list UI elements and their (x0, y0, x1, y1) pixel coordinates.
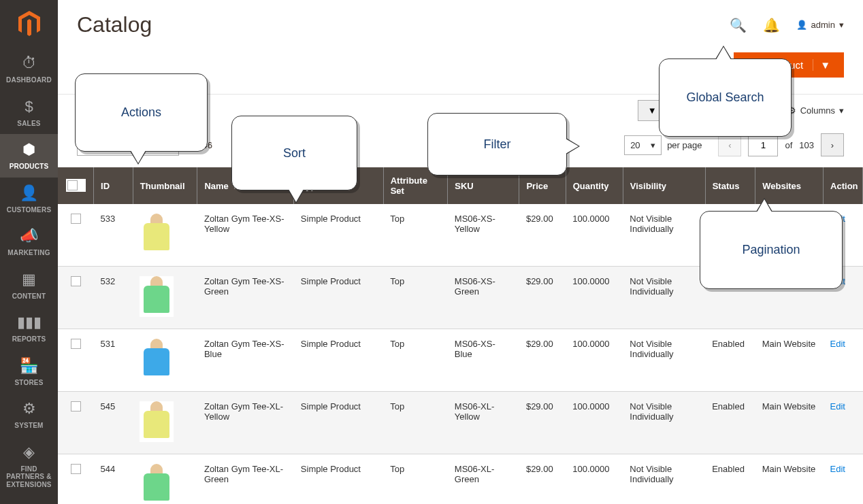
col-action: Action (824, 167, 863, 204)
nav-stores[interactable]: 🏪STORES (0, 350, 58, 394)
per-page-control: 20 ▾ per page (624, 135, 702, 155)
admin-user-menu[interactable]: 👤 admin ▾ (796, 20, 844, 30)
current-page-input[interactable] (748, 133, 778, 156)
cell-visibility: Not Visible Individually (623, 267, 705, 329)
cell-sku: MS06-XS-Green (448, 267, 519, 329)
caret-down-icon: ▾ (839, 20, 844, 30)
cell-sku: MS06-XL-Green (448, 454, 519, 505)
cell-sku: MS06-XS-Yellow (448, 204, 519, 267)
callout-sort: Sort (231, 116, 357, 190)
bars-icon: ▮▮▮ (3, 314, 55, 331)
cell-name: Zoltan Gym Tee-XL-Green (197, 454, 294, 505)
table-row[interactable]: 545 Zoltan Gym Tee-XL-Yellow Simple Prod… (58, 392, 863, 454)
cell-type: Simple Product (294, 454, 383, 505)
magento-logo[interactable] (0, 0, 58, 48)
notifications-icon[interactable]: 🔔 (763, 17, 780, 33)
nav-content[interactable]: ▦CONTENT (0, 264, 58, 307)
cell-name: Zoltan Gym Tee-XL-Yellow (197, 392, 294, 454)
partners-icon: ◈ (3, 443, 55, 461)
cell-quantity: 100.0000 (566, 329, 623, 392)
nav-dashboard[interactable]: ⏱DASHBOARD (0, 48, 58, 91)
caret-down-icon: ▾ (80, 180, 84, 190)
col-visibility[interactable]: Visibility (623, 167, 705, 204)
product-thumbnail (140, 464, 174, 504)
row-checkbox[interactable] (71, 276, 81, 286)
select-all-header[interactable]: ▾ (58, 167, 94, 204)
cell-price: $29.00 (519, 392, 566, 454)
add-product-split-toggle[interactable]: ▼ (813, 59, 830, 71)
cell-quantity: 100.0000 (566, 454, 623, 505)
row-checkbox[interactable] (71, 401, 81, 411)
gear-icon: ⚙ (3, 400, 55, 418)
row-checkbox[interactable] (71, 214, 81, 224)
edit-link[interactable]: Edit (830, 401, 845, 411)
nav-products[interactable]: ⬢PRODUCTS (0, 134, 58, 178)
dashboard-icon: ⏱ (3, 54, 55, 72)
cell-attribute-set: Top (383, 204, 448, 267)
cell-status: Enabled (705, 454, 755, 505)
col-status[interactable]: Status (705, 167, 755, 204)
nav-partners[interactable]: ◈FIND PARTNERS & EXTENSIONS (0, 437, 58, 496)
cell-quantity: 100.0000 (566, 267, 623, 329)
cell-price: $29.00 (519, 329, 566, 392)
person-icon: 👤 (3, 184, 55, 202)
cell-id: 545 (94, 392, 133, 454)
col-thumbnail[interactable]: Thumbnail (133, 167, 197, 204)
cell-type: Simple Product (294, 267, 383, 329)
cell-price: $29.00 (519, 267, 566, 329)
nav-sales[interactable]: $SALES (0, 91, 58, 135)
columns-dropdown[interactable]: ⚙ Columns ▾ (788, 105, 844, 116)
product-thumbnail (140, 339, 174, 380)
edit-link[interactable]: Edit (830, 464, 845, 474)
dollar-icon: $ (3, 98, 55, 116)
product-thumbnail (140, 276, 174, 317)
callout-global-search: Global Search (659, 58, 792, 137)
nav-system[interactable]: ⚙SYSTEM (0, 393, 58, 437)
next-page-button[interactable]: › (821, 133, 844, 156)
product-thumbnail (140, 214, 174, 254)
nav-customers[interactable]: 👤CUSTOMERS (0, 178, 58, 221)
callout-actions: Actions (75, 73, 208, 152)
cell-attribute-set: Top (383, 392, 448, 454)
page-title: Catalog (77, 12, 730, 37)
cell-type: Simple Product (294, 329, 383, 392)
cell-id: 544 (94, 454, 133, 505)
per-page-select[interactable]: 20 ▾ (624, 135, 662, 155)
edit-link[interactable]: Edit (830, 339, 845, 349)
cell-attribute-set: Top (383, 267, 448, 329)
cell-thumbnail (133, 204, 197, 267)
total-pages: 103 (799, 140, 814, 150)
cell-visibility: Not Visible Individually (623, 454, 705, 505)
cell-status: Enabled (705, 392, 755, 454)
row-checkbox[interactable] (71, 339, 81, 349)
cell-id: 532 (94, 267, 133, 329)
store-icon: 🏪 (3, 357, 55, 375)
cell-visibility: Not Visible Individually (623, 392, 705, 454)
col-quantity[interactable]: Quantity (566, 167, 623, 204)
table-row[interactable]: 531 Zoltan Gym Tee-XS-Blue Simple Produc… (58, 329, 863, 392)
cell-status: Enabled (705, 329, 755, 392)
callout-pagination: Pagination (700, 211, 843, 289)
cell-quantity: 100.0000 (566, 204, 623, 267)
prev-page-button[interactable]: ‹ (718, 133, 741, 156)
of-label: of (785, 140, 792, 150)
cell-websites: Main Website (755, 454, 824, 505)
chevron-right-icon: › (831, 140, 834, 150)
megaphone-icon: 📣 (3, 227, 55, 245)
row-checkbox[interactable] (71, 464, 81, 474)
cell-type: Simple Product (294, 392, 383, 454)
search-icon[interactable]: 🔍 (730, 17, 747, 33)
nav-reports[interactable]: ▮▮▮REPORTS (0, 307, 58, 350)
caret-down-icon: ▾ (839, 105, 844, 116)
cell-thumbnail (133, 267, 197, 329)
col-id[interactable]: ID (94, 167, 133, 204)
pager: ‹ of 103 › (718, 133, 844, 156)
cell-visibility: Not Visible Individually (623, 329, 705, 392)
cell-type: Simple Product (294, 204, 383, 267)
nav-marketing[interactable]: 📣MARKETING (0, 220, 58, 264)
cell-price: $29.00 (519, 454, 566, 505)
table-row[interactable]: 544 Zoltan Gym Tee-XL-Green Simple Produ… (58, 454, 863, 505)
admin-username: admin (811, 20, 835, 30)
cell-attribute-set: Top (383, 329, 448, 392)
cell-websites: Main Website (755, 329, 824, 392)
